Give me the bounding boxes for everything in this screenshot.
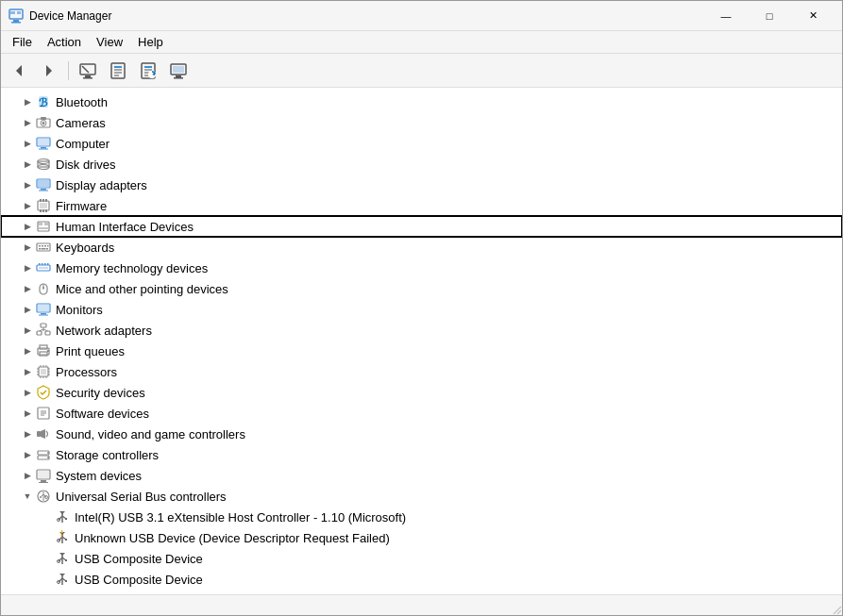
tree-item-print[interactable]: ▶ Print queues: [1, 341, 842, 361]
menu-file[interactable]: File: [5, 32, 40, 53]
svg-rect-61: [39, 248, 41, 250]
tree-item-bluetooth[interactable]: ▶ ℬ Bluetooth: [1, 92, 842, 112]
storage-icon: [35, 446, 52, 463]
software-label: Software devices: [56, 407, 149, 421]
tree-item-usb-composite1[interactable]: ▶ USB Composite Device: [1, 548, 842, 569]
close-button[interactable]: ✕: [791, 1, 835, 31]
tree-item-usb-intel[interactable]: ▶ Intel(R) USB 3.1 eXtensible Host Contr…: [1, 507, 842, 527]
svg-rect-78: [37, 331, 42, 335]
software-icon: [35, 405, 52, 422]
usb-intel-label: Intel(R) USB 3.1 eXtensible Host Control…: [75, 510, 406, 524]
tree-item-usb-composite2[interactable]: ▶ USB Composite Device: [1, 569, 842, 590]
menu-view[interactable]: View: [89, 32, 130, 53]
svg-rect-56: [37, 243, 50, 251]
svg-rect-4: [17, 11, 21, 14]
tree-item-software[interactable]: ▶ Software devices: [1, 403, 842, 424]
svg-rect-2: [11, 22, 21, 24]
expand-icon-system: ▶: [20, 468, 35, 483]
svg-marker-136: [59, 553, 65, 556]
svg-rect-131: [65, 539, 67, 541]
tree-item-usb[interactable]: ▼ Universal Serial Bus controllers: [1, 486, 842, 507]
svg-rect-41: [41, 189, 46, 191]
svg-rect-75: [39, 315, 48, 316]
tree-item-firmware[interactable]: ▶ Firmware: [1, 195, 842, 216]
disk-label: Disk drives: [56, 158, 116, 172]
svg-rect-42: [39, 191, 48, 191]
tree-item-disk[interactable]: ▶ Disk drives: [1, 154, 842, 175]
firmware-label: Firmware: [56, 199, 107, 213]
expand-icon-hid: ▶: [20, 219, 35, 234]
tree-item-cameras[interactable]: ▶ Cameras: [1, 112, 842, 133]
svg-rect-113: [39, 482, 48, 483]
storage-label: Storage controllers: [56, 448, 159, 462]
svg-rect-105: [37, 431, 41, 437]
show-hidden-button[interactable]: [74, 58, 102, 84]
minimize-button[interactable]: —: [704, 1, 748, 31]
usb-composite1-label: USB Composite Device: [75, 552, 203, 566]
monitors-label: Monitors: [56, 303, 103, 317]
svg-rect-45: [40, 199, 42, 202]
usb-device-icon: [54, 508, 71, 525]
svg-rect-25: [174, 77, 183, 79]
keyboards-label: Keyboards: [56, 241, 114, 255]
svg-rect-48: [40, 209, 42, 212]
svg-rect-26: [173, 66, 184, 73]
processors-label: Processors: [56, 365, 117, 379]
svg-rect-46: [42, 199, 44, 202]
svg-rect-11: [111, 63, 125, 78]
tree-item-usb-unknown[interactable]: ▶ ! Unknown USB Device (Device Descripto…: [1, 527, 842, 548]
tree-item-mice[interactable]: ▶ Mice and other pointing devices: [1, 278, 842, 299]
tree-item-sound[interactable]: ▶ Sound, video and game controllers: [1, 424, 842, 444]
svg-rect-69: [39, 267, 48, 269]
expand-icon-network: ▶: [20, 323, 35, 338]
svg-rect-67: [44, 263, 46, 265]
security-label: Security devices: [56, 386, 145, 400]
svg-rect-58: [42, 245, 43, 247]
app-icon: [8, 8, 24, 24]
svg-rect-79: [45, 331, 50, 335]
tree-item-processors[interactable]: ▶: [1, 361, 842, 382]
tree-item-memory[interactable]: ▶ Memory technology devices: [1, 258, 842, 278]
firmware-icon: [35, 197, 52, 214]
tree-item-keyboards[interactable]: ▶ Keyboards: [1, 237, 842, 258]
tree-item-security[interactable]: ▶ Security devices: [1, 382, 842, 403]
expand-icon-security: ▶: [20, 385, 35, 400]
tree-item-display[interactable]: ▶ Display adapters: [1, 175, 842, 195]
expand-icon-firmware: ▶: [20, 198, 35, 213]
svg-marker-5: [16, 65, 22, 76]
menu-action[interactable]: Action: [40, 32, 89, 53]
monitor-icon: [170, 62, 187, 79]
svg-rect-65: [39, 263, 41, 265]
tree-item-system[interactable]: ▶ System devices: [1, 465, 842, 486]
menu-bar: File Action View Help: [1, 31, 842, 54]
svg-rect-36: [38, 139, 49, 145]
display-label: Display adapters: [56, 178, 147, 192]
back-button[interactable]: [5, 58, 33, 84]
svg-text:ℬ: ℬ: [39, 96, 48, 109]
properties-button[interactable]: [104, 58, 132, 84]
tree-item-network[interactable]: ▶ Network adapters: [1, 320, 842, 341]
expand-icon-storage: ▶: [20, 447, 35, 462]
tree-item-computer[interactable]: ▶ Computer: [1, 133, 842, 154]
expand-icon-usb: ▼: [20, 489, 35, 504]
system-icon: [35, 467, 52, 484]
content-area: ▶ ℬ Bluetooth ▶: [1, 88, 842, 594]
expand-icon-print: ▶: [20, 343, 35, 358]
svg-point-110: [47, 457, 49, 458]
menu-help[interactable]: Help: [130, 32, 171, 53]
update-button[interactable]: [134, 58, 162, 84]
tree-item-hid[interactable]: ▶ Human Interface Devices: [1, 216, 842, 237]
show-hidden-icon: [79, 62, 96, 79]
tree-item-monitors[interactable]: ▶ Monitors: [1, 299, 842, 320]
svg-rect-34: [41, 147, 46, 149]
tree-item-storage[interactable]: ▶ Storage controllers: [1, 444, 842, 465]
device-tree[interactable]: ▶ ℬ Bluetooth ▶: [1, 88, 842, 594]
maximize-button[interactable]: □: [748, 1, 791, 31]
svg-rect-88: [41, 369, 46, 375]
mice-label: Mice and other pointing devices: [56, 282, 228, 296]
svg-rect-53: [39, 223, 42, 225]
svg-rect-139: [65, 559, 67, 561]
update-icon: [140, 62, 157, 79]
forward-button[interactable]: [35, 58, 63, 84]
monitor-button[interactable]: [164, 58, 193, 84]
